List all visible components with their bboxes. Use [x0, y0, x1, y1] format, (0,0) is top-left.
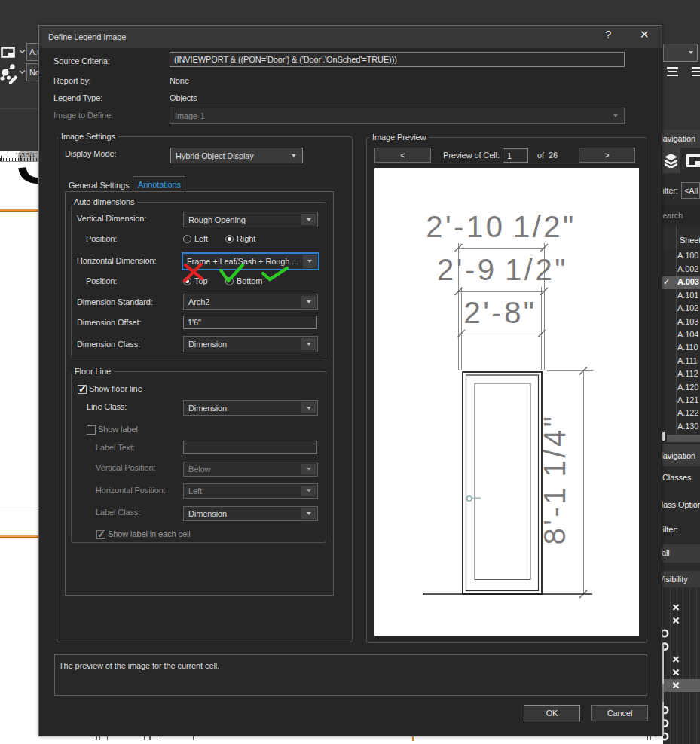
svg-text:8'-1 1/4": 8'-1 1/4" [538, 414, 571, 545]
svg-text:2'-8": 2'-8" [463, 296, 536, 329]
svg-text:2'-9 1/2": 2'-9 1/2" [437, 253, 568, 286]
svg-text:2'-10 1/2": 2'-10 1/2" [426, 210, 576, 243]
